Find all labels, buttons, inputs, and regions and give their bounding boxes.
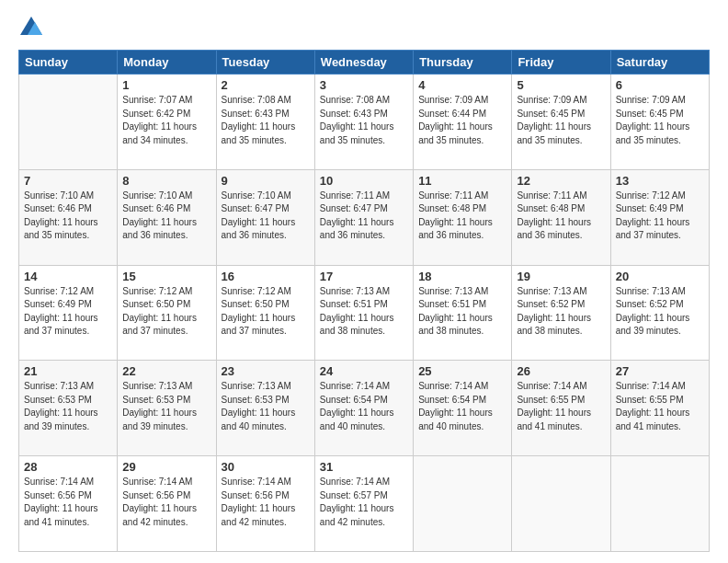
day-number: 17 xyxy=(320,270,408,283)
day-info: Sunrise: 7:13 AMSunset: 6:52 PMDaylight:… xyxy=(517,285,605,339)
day-number: 19 xyxy=(517,270,605,283)
day-info: Sunrise: 7:14 AMSunset: 6:57 PMDaylight:… xyxy=(320,476,408,529)
day-info: Sunrise: 7:14 AMSunset: 6:56 PMDaylight:… xyxy=(122,476,210,529)
day-cell: 5Sunrise: 7:09 AMSunset: 6:45 PMDaylight… xyxy=(512,75,610,170)
day-number: 7 xyxy=(24,174,112,188)
day-number: 11 xyxy=(418,174,506,188)
day-info: Sunrise: 7:14 AMSunset: 6:55 PMDaylight:… xyxy=(517,380,605,433)
day-cell: 26Sunrise: 7:14 AMSunset: 6:55 PMDayligh… xyxy=(512,361,610,456)
day-number: 3 xyxy=(320,78,408,92)
header xyxy=(18,15,710,40)
day-number: 5 xyxy=(517,78,605,92)
day-info: Sunrise: 7:12 AMSunset: 6:49 PMDaylight:… xyxy=(24,285,112,339)
logo-icon xyxy=(18,15,44,40)
day-info: Sunrise: 7:07 AMSunset: 6:42 PMDaylight:… xyxy=(122,94,210,147)
day-number: 1 xyxy=(122,78,210,92)
day-info: Sunrise: 7:13 AMSunset: 6:51 PMDaylight:… xyxy=(418,285,506,339)
weekday-header-thursday: Thursday xyxy=(414,51,512,75)
day-cell: 28Sunrise: 7:14 AMSunset: 6:56 PMDayligh… xyxy=(19,456,118,552)
weekday-header-row: SundayMondayTuesdayWednesdayThursdayFrid… xyxy=(19,51,710,75)
day-info: Sunrise: 7:13 AMSunset: 6:53 PMDaylight:… xyxy=(24,380,112,433)
day-info: Sunrise: 7:14 AMSunset: 6:55 PMDaylight:… xyxy=(616,380,704,433)
day-cell: 9Sunrise: 7:10 AMSunset: 6:47 PMDaylight… xyxy=(216,169,314,265)
day-number: 16 xyxy=(222,270,310,283)
day-cell: 30Sunrise: 7:14 AMSunset: 6:56 PMDayligh… xyxy=(216,456,314,552)
day-number: 20 xyxy=(616,270,704,283)
day-cell: 22Sunrise: 7:13 AMSunset: 6:53 PMDayligh… xyxy=(118,361,216,456)
day-info: Sunrise: 7:14 AMSunset: 6:56 PMDaylight:… xyxy=(24,476,112,529)
day-info: Sunrise: 7:08 AMSunset: 6:43 PMDaylight:… xyxy=(222,94,310,147)
day-cell: 15Sunrise: 7:12 AMSunset: 6:50 PMDayligh… xyxy=(118,265,216,361)
day-info: Sunrise: 7:09 AMSunset: 6:45 PMDaylight:… xyxy=(616,94,704,147)
day-info: Sunrise: 7:13 AMSunset: 6:51 PMDaylight:… xyxy=(320,285,408,339)
day-info: Sunrise: 7:11 AMSunset: 6:48 PMDaylight:… xyxy=(517,190,605,243)
day-number: 26 xyxy=(517,364,605,378)
logo xyxy=(18,15,48,40)
calendar-table: SundayMondayTuesdayWednesdayThursdayFrid… xyxy=(18,50,710,552)
day-info: Sunrise: 7:09 AMSunset: 6:45 PMDaylight:… xyxy=(517,94,605,147)
day-info: Sunrise: 7:14 AMSunset: 6:54 PMDaylight:… xyxy=(418,380,506,433)
day-cell: 13Sunrise: 7:12 AMSunset: 6:49 PMDayligh… xyxy=(610,169,709,265)
day-number: 10 xyxy=(320,174,408,188)
day-info: Sunrise: 7:13 AMSunset: 6:53 PMDaylight:… xyxy=(122,380,210,433)
week-row-5: 28Sunrise: 7:14 AMSunset: 6:56 PMDayligh… xyxy=(19,456,710,552)
weekday-header-tuesday: Tuesday xyxy=(216,51,314,75)
day-info: Sunrise: 7:14 AMSunset: 6:56 PMDaylight:… xyxy=(222,476,310,529)
day-cell: 11Sunrise: 7:11 AMSunset: 6:48 PMDayligh… xyxy=(414,169,512,265)
day-number: 25 xyxy=(418,364,506,378)
day-info: Sunrise: 7:10 AMSunset: 6:46 PMDaylight:… xyxy=(24,190,112,243)
day-number: 22 xyxy=(122,364,210,378)
day-cell: 8Sunrise: 7:10 AMSunset: 6:46 PMDaylight… xyxy=(118,169,216,265)
day-number: 12 xyxy=(517,174,605,188)
day-number: 23 xyxy=(222,364,310,378)
day-number: 18 xyxy=(418,270,506,283)
weekday-header-friday: Friday xyxy=(512,51,610,75)
day-cell: 31Sunrise: 7:14 AMSunset: 6:57 PMDayligh… xyxy=(314,456,413,552)
day-info: Sunrise: 7:09 AMSunset: 6:44 PMDaylight:… xyxy=(418,94,506,147)
day-cell xyxy=(19,75,118,170)
day-cell: 19Sunrise: 7:13 AMSunset: 6:52 PMDayligh… xyxy=(512,265,610,361)
weekday-header-saturday: Saturday xyxy=(610,51,709,75)
day-cell: 1Sunrise: 7:07 AMSunset: 6:42 PMDaylight… xyxy=(118,75,216,170)
day-info: Sunrise: 7:12 AMSunset: 6:50 PMDaylight:… xyxy=(122,285,210,339)
day-info: Sunrise: 7:11 AMSunset: 6:48 PMDaylight:… xyxy=(418,190,506,243)
weekday-header-monday: Monday xyxy=(118,51,216,75)
week-row-4: 21Sunrise: 7:13 AMSunset: 6:53 PMDayligh… xyxy=(19,361,710,456)
day-cell: 23Sunrise: 7:13 AMSunset: 6:53 PMDayligh… xyxy=(216,361,314,456)
day-cell: 20Sunrise: 7:13 AMSunset: 6:52 PMDayligh… xyxy=(610,265,709,361)
day-cell: 24Sunrise: 7:14 AMSunset: 6:54 PMDayligh… xyxy=(314,361,413,456)
day-cell: 12Sunrise: 7:11 AMSunset: 6:48 PMDayligh… xyxy=(512,169,610,265)
day-cell: 21Sunrise: 7:13 AMSunset: 6:53 PMDayligh… xyxy=(19,361,118,456)
day-cell: 10Sunrise: 7:11 AMSunset: 6:47 PMDayligh… xyxy=(314,169,413,265)
day-number: 15 xyxy=(122,270,210,283)
day-cell xyxy=(512,456,610,552)
day-cell: 25Sunrise: 7:14 AMSunset: 6:54 PMDayligh… xyxy=(414,361,512,456)
day-cell: 6Sunrise: 7:09 AMSunset: 6:45 PMDaylight… xyxy=(610,75,709,170)
day-cell: 4Sunrise: 7:09 AMSunset: 6:44 PMDaylight… xyxy=(414,75,512,170)
day-number: 24 xyxy=(320,364,408,378)
day-cell: 7Sunrise: 7:10 AMSunset: 6:46 PMDaylight… xyxy=(19,169,118,265)
weekday-header-sunday: Sunday xyxy=(19,51,118,75)
day-number: 29 xyxy=(122,460,210,474)
day-info: Sunrise: 7:11 AMSunset: 6:47 PMDaylight:… xyxy=(320,190,408,243)
day-cell: 18Sunrise: 7:13 AMSunset: 6:51 PMDayligh… xyxy=(414,265,512,361)
day-info: Sunrise: 7:14 AMSunset: 6:54 PMDaylight:… xyxy=(320,380,408,433)
day-info: Sunrise: 7:10 AMSunset: 6:46 PMDaylight:… xyxy=(122,190,210,243)
day-cell: 29Sunrise: 7:14 AMSunset: 6:56 PMDayligh… xyxy=(118,456,216,552)
day-info: Sunrise: 7:12 AMSunset: 6:50 PMDaylight:… xyxy=(222,285,310,339)
week-row-2: 7Sunrise: 7:10 AMSunset: 6:46 PMDaylight… xyxy=(19,169,710,265)
day-number: 31 xyxy=(320,460,408,474)
calendar-page: SundayMondayTuesdayWednesdayThursdayFrid… xyxy=(0,0,728,563)
weekday-header-wednesday: Wednesday xyxy=(314,51,413,75)
week-row-3: 14Sunrise: 7:12 AMSunset: 6:49 PMDayligh… xyxy=(19,265,710,361)
day-number: 27 xyxy=(616,364,704,378)
day-info: Sunrise: 7:08 AMSunset: 6:43 PMDaylight:… xyxy=(320,94,408,147)
day-cell xyxy=(414,456,512,552)
day-info: Sunrise: 7:13 AMSunset: 6:53 PMDaylight:… xyxy=(222,380,310,433)
day-info: Sunrise: 7:10 AMSunset: 6:47 PMDaylight:… xyxy=(222,190,310,243)
day-number: 13 xyxy=(616,174,704,188)
day-cell: 27Sunrise: 7:14 AMSunset: 6:55 PMDayligh… xyxy=(610,361,709,456)
day-info: Sunrise: 7:12 AMSunset: 6:49 PMDaylight:… xyxy=(616,190,704,243)
day-number: 30 xyxy=(222,460,310,474)
day-info: Sunrise: 7:13 AMSunset: 6:52 PMDaylight:… xyxy=(616,285,704,339)
